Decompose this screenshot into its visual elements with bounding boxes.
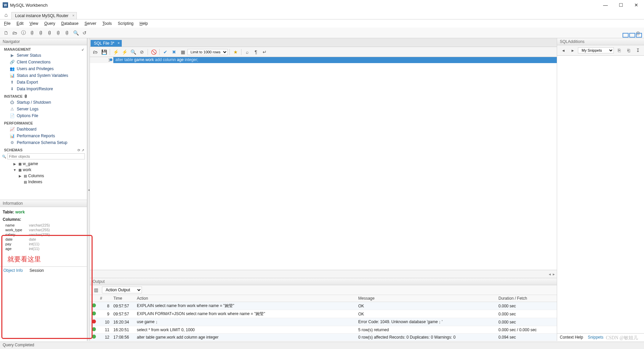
db-revert-icon[interactable]: ↺ [80,29,89,37]
wrap-icon[interactable]: ↵ [261,48,269,56]
tree-row[interactable]: ▶▤Columns [0,173,87,179]
tree-arrow-icon[interactable]: ▶ [18,174,22,178]
nav-item[interactable]: 🔗Client Connections [0,59,87,65]
nav-item[interactable]: 👥Users and Privileges [0,65,87,72]
output-row[interactable]: 1116:20:51select * from work LIMIT 0, 10… [90,326,557,334]
inspector-icon[interactable]: ⓘ [19,29,28,37]
nav-item[interactable]: ⚙Performance Schema Setup [0,139,87,146]
invisible-chars-icon[interactable]: ¶ [252,48,260,56]
close-sql-tab-icon[interactable]: × [117,41,119,45]
commit-icon[interactable]: ✔ [161,48,169,56]
toggle-left-panel-icon[interactable] [623,33,629,38]
toggle-limit-icon[interactable]: ▦ [179,48,187,56]
toggle-right-panel-icon[interactable] [636,33,642,38]
context-help-tab[interactable]: Context Help [560,335,583,340]
output-row[interactable]: 1217:08:56alter table game.work add colu… [90,334,557,341]
db-view-icon[interactable]: 🛢 [46,29,54,37]
execute-current-icon[interactable]: ⚡ [120,48,128,56]
nav-item[interactable]: ⚠Server Logs [0,106,87,112]
menu-tools[interactable]: Tools [100,20,114,27]
execute-icon[interactable]: ⚡ [112,48,120,56]
nav-item[interactable]: ⏻Startup / Shutdown [0,99,87,106]
beautify-icon[interactable]: ★ [231,48,239,56]
annotation-note: 就要看这里 [3,251,84,264]
nav-icon: 📈 [9,127,15,132]
session-tab[interactable]: Session [26,267,47,274]
prev-page-icon[interactable]: ◂ [549,272,551,277]
breakpoint-icon[interactable] [110,58,112,61]
nav-icon: 👥 [9,66,15,71]
connection-tab[interactable]: Local instance MySQL Router × [11,12,77,19]
editor-empty-area[interactable] [90,63,557,270]
nav-back-icon[interactable]: ◂ [559,46,567,54]
db-new-icon[interactable]: 🛢 [28,29,36,37]
table-name: work [15,210,25,214]
nav-item[interactable]: ⬇Data Import/Restore [0,86,87,92]
find-icon[interactable]: ⌕ [243,48,251,56]
tree-row[interactable]: ▼▦work [0,167,87,173]
tree-node-icon: ▤ [23,180,28,184]
menu-query[interactable]: Query [42,20,57,27]
open-sql-icon[interactable]: 🗁 [11,29,19,37]
nav-fwd-icon[interactable]: ▸ [569,46,577,54]
db-search-icon[interactable]: 🔍 [72,29,80,37]
tree-row[interactable]: ▤Indexes [0,179,87,185]
snippets-select[interactable]: My Snippets [578,47,614,53]
snip-insert-icon[interactable]: ↧ [634,46,642,54]
schema-tree[interactable]: ▶▦w_game▼▦work▶▤Columns▤Indexes [0,160,87,186]
snip-add-icon[interactable]: ⎘ [615,46,623,54]
new-sql-tab-icon[interactable]: 🗋 [2,29,10,37]
nav-item[interactable]: ▶Server Status [0,52,87,59]
toggle-autocommit-icon[interactable]: 🚫 [150,48,158,56]
nav-item[interactable]: ⬆Data Export [0,79,87,86]
nav-item[interactable]: 📄Options File [0,112,87,119]
tree-row[interactable]: ▶▦w_game [0,161,87,167]
close-button[interactable]: ✕ [629,0,644,10]
refresh-icon[interactable]: ⟳ [77,148,80,152]
menu-file[interactable]: File [2,20,12,27]
nav-item[interactable]: 📊Status and System Variables [0,72,87,79]
snip-replace-icon[interactable]: ⎗ [625,46,633,54]
stop-icon[interactable]: ⊘ [138,48,146,56]
output-row[interactable]: 1016:20:34use game；Error Code: 1049. Unk… [90,318,557,326]
menu-edit[interactable]: Edit [14,20,25,27]
collapse-left-handle[interactable]: ◂ [87,38,90,341]
sql-editor[interactable]: 1 alter table game.work add column age i… [90,57,557,63]
menu-scripting[interactable]: Scripting [116,20,136,27]
open-file-icon[interactable]: 🗁 [91,48,99,56]
output-type-select[interactable]: Action Output [102,287,142,293]
output-row[interactable]: 909:57:57EXPLAIN FORMAT=JSON select name… [90,310,557,318]
minimize-button[interactable]: — [598,0,613,10]
output-layout-icon[interactable]: ▥ [92,286,100,294]
nav-item[interactable]: 📈Dashboard [0,126,87,133]
explain-icon[interactable]: 🔍 [129,48,137,56]
nav-item[interactable]: 📊Performance Reports [0,133,87,139]
menu-view[interactable]: View [28,20,40,27]
tree-arrow-icon[interactable]: ▶ [13,162,17,166]
tree-arrow-icon[interactable]: ▼ [13,168,17,172]
menubar: File Edit View Query Database Server Too… [0,19,644,28]
column-row: namevarchar(225) [3,223,54,227]
next-page-icon[interactable]: ▸ [553,272,555,277]
home-tab-icon[interactable]: ⌂ [1,11,11,19]
db-func-icon[interactable]: 🛢 [63,29,71,37]
maximize-button[interactable]: ☐ [613,0,629,10]
filter-objects-input[interactable] [7,153,85,159]
expand-icon[interactable]: ↗ [82,148,84,152]
snippets-tab[interactable]: Snippets [588,335,603,340]
toggle-bottom-panel-icon[interactable] [629,33,635,38]
menu-help[interactable]: Help [138,20,150,27]
limit-rows-select[interactable]: Limit to 1000 rows [187,49,228,55]
menu-database[interactable]: Database [59,20,80,27]
sql-file-tab[interactable]: SQL File 3* × [91,40,122,47]
output-row[interactable]: 809:57:57EXPLAIN select name from work w… [90,302,557,310]
collapse-icon[interactable]: ↙ [82,48,84,51]
object-info-tab[interactable]: Object Info [0,267,26,274]
menu-server[interactable]: Server [83,20,98,27]
close-tab-icon[interactable]: × [72,13,74,17]
code-line[interactable]: alter table game.work add column age int… [113,57,557,63]
save-file-icon[interactable]: 💾 [100,48,108,56]
db-proc-icon[interactable]: 🛢 [54,29,62,37]
db-table-icon[interactable]: 🛢 [37,29,45,37]
rollback-icon[interactable]: ✖ [170,48,178,56]
